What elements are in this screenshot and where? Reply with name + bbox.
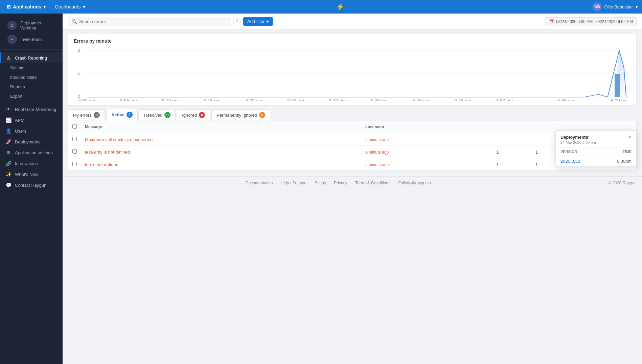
col-count2-header: [517, 121, 556, 133]
user-dropdown-icon: ▾: [636, 4, 638, 9]
deployments-popup: Deployments: 24 Mar 2020 6:00 pm × Versi…: [555, 130, 637, 167]
sidebar-item-deployments[interactable]: 🚀 Deployments: [0, 136, 63, 147]
sidebar-deployment[interactable]: D Deployment Webinar: [5, 18, 58, 32]
sidebar: D Deployment Webinar + Invite team ⚠ Cra…: [0, 14, 63, 364]
date-range-picker[interactable]: 📅 03/24/2020 5:00 PM - 03/24/2020 6:02 P…: [545, 17, 637, 26]
rum-icon: 👁: [5, 106, 12, 112]
svg-rect-6: [615, 74, 620, 97]
tab-ignored[interactable]: Ignored 0: [177, 109, 210, 120]
reports-label: Reports: [10, 85, 25, 89]
tab-resolved-badge: 0: [164, 112, 170, 118]
tab-active-label: Active: [111, 112, 124, 117]
col-last-seen-header: Last seen: [361, 121, 478, 133]
row-checkbox-3[interactable]: [72, 162, 77, 166]
popup-close-button[interactable]: ×: [628, 135, 632, 140]
applications-nav[interactable]: ⊞ Applications ▾: [4, 3, 48, 11]
sidebar-item-users[interactable]: 👤 Users: [0, 126, 63, 136]
sidebar-item-application-settings[interactable]: ⚙ Application settings: [0, 147, 63, 158]
time-ago-3: a minute ago: [365, 162, 389, 167]
deployments-icon: 🚀: [5, 139, 12, 145]
tab-resolved-label: Resolved: [144, 113, 162, 118]
sidebar-item-inbound-filters[interactable]: Inbound filters: [0, 73, 63, 82]
count1-1: [478, 133, 517, 146]
popup-header: Deployments: 24 Mar 2020 6:00 pm ×: [556, 131, 636, 147]
sidebar-item-whats-new[interactable]: ✨ What's New: [0, 169, 63, 180]
error-link-3[interactable]: foo is not defined: [85, 162, 118, 167]
invite-icon: +: [7, 35, 17, 44]
svg-text:5:05 pm: 5:05 pm: [120, 99, 137, 101]
svg-text:2: 2: [77, 48, 80, 52]
app-settings-label: Application settings: [15, 150, 53, 155]
errors-table-section: Message Last seen Maximum call stack siz…: [68, 121, 637, 171]
svg-text:5:40 pm: 5:40 pm: [413, 99, 430, 101]
tabs-row: My errors 0 Active 2 Resolved 0 Ignored …: [63, 106, 642, 121]
search-icon: 🔍: [72, 19, 77, 24]
sidebar-item-rum[interactable]: 👁 Real User Monitoring: [0, 104, 63, 115]
dashboards-label: Dashboards: [55, 4, 81, 9]
sidebar-deployment-label: Deployment Webinar: [20, 20, 55, 30]
deployment-avatar: D: [7, 21, 17, 30]
search-input[interactable]: [79, 19, 227, 24]
footer: © 2020 Raygun Documentation Help / Suppo…: [63, 176, 642, 189]
dashboards-nav[interactable]: Dashboards ▾: [52, 3, 88, 11]
tab-my-errors-badge: 0: [94, 112, 100, 118]
row-checkbox-2[interactable]: [72, 149, 77, 154]
footer-terms[interactable]: Terms & Conditions: [355, 181, 390, 185]
version-link[interactable]: 2020.3.32: [560, 159, 580, 164]
add-icon: +: [266, 19, 269, 24]
popup-col-time: Time: [600, 147, 636, 156]
row-checkbox-1[interactable]: [72, 137, 77, 141]
sidebar-item-export[interactable]: Export: [0, 92, 63, 101]
main-content: 🔍 ? Add filter + 📅 03/24/2020 5:00 PM - …: [63, 14, 642, 364]
svg-text:5:20 pm: 5:20 pm: [246, 99, 262, 101]
add-filter-button[interactable]: Add filter +: [243, 17, 273, 26]
tab-active[interactable]: Active 2: [106, 109, 138, 121]
footer-help[interactable]: Help / Support: [281, 181, 307, 185]
footer-privacy[interactable]: Privacy: [334, 181, 347, 185]
contact-icon: 💬: [5, 182, 12, 188]
integrations-icon: 🔗: [5, 160, 12, 166]
sidebar-item-settings[interactable]: Settings: [0, 63, 63, 73]
rum-label: Real User Monitoring: [15, 107, 56, 112]
help-button[interactable]: ?: [233, 18, 240, 25]
footer-follow[interactable]: Follow @raygunio: [398, 181, 431, 185]
settings-label: Settings: [10, 66, 25, 70]
tab-active-badge: 2: [127, 112, 133, 118]
table-row: foo is not defined a minute ago 1 1 💬 🔗: [68, 158, 636, 171]
select-all-checkbox[interactable]: [72, 124, 77, 129]
count2-2: 1: [517, 146, 556, 158]
date-range-label: 03/24/2020 5:00 PM - 03/24/2020 6:02 PM: [556, 19, 633, 24]
sidebar-item-contact[interactable]: 💬 Contact Raygun: [0, 180, 63, 190]
popup-row: 2020.3.32 6:00pm: [556, 156, 636, 167]
svg-text:6:00 pm: 6:00 pm: [611, 99, 628, 101]
tab-perm-ignored-badge: 0: [259, 112, 265, 118]
tab-resolved[interactable]: Resolved 0: [139, 109, 176, 120]
sidebar-item-reports[interactable]: Reports: [0, 82, 63, 92]
tab-permanently-ignored[interactable]: Permanently ignored 0: [211, 109, 270, 120]
sidebar-item-crash-reporting[interactable]: ⚠ Crash Reporting: [0, 52, 63, 63]
sidebar-item-integrations[interactable]: 🔗 Integrations: [0, 158, 63, 169]
filter-bar: 🔍 ? Add filter + 📅 03/24/2020 5:00 PM - …: [63, 14, 642, 30]
footer-status[interactable]: Status: [315, 181, 326, 185]
sidebar-invite-label: Invite team: [20, 37, 42, 42]
svg-text:5:35 pm: 5:35 pm: [371, 99, 388, 101]
integrations-label: Integrations: [15, 161, 38, 166]
top-navigation: ⊞ Applications ▾ Dashboards ▾ ⚡ OB Ollie…: [0, 0, 642, 14]
errors-table: Message Last seen Maximum call stack siz…: [68, 121, 636, 170]
bolt-icon: ⚡: [336, 3, 344, 11]
search-box[interactable]: 🔍: [68, 17, 230, 26]
footer-documentation[interactable]: Documentation: [246, 181, 273, 185]
time-ago-2: a minute ago: [365, 150, 389, 155]
error-link-2[interactable]: testArray is not defined: [85, 150, 130, 155]
sidebar-invite-team[interactable]: + Invite team: [5, 32, 58, 46]
tab-my-errors[interactable]: My errors 0: [68, 109, 105, 120]
popup-table: Version Time 2020.3.32 6:00pm: [556, 147, 636, 166]
col-count1-header: [478, 121, 517, 133]
user-menu[interactable]: OB Ollie Bannister ▾: [593, 2, 638, 11]
popup-date: 24 Mar 2020 6:00 pm: [560, 140, 596, 144]
grid-icon: ⊞: [7, 4, 11, 9]
sidebar-crash-label: Crash Reporting: [15, 55, 47, 61]
sidebar-item-apm[interactable]: 📈 APM: [0, 115, 63, 126]
chart-svg: 2 1 0: [74, 47, 631, 101]
error-link-1[interactable]: Maximum call stack size exceeded: [85, 137, 153, 142]
